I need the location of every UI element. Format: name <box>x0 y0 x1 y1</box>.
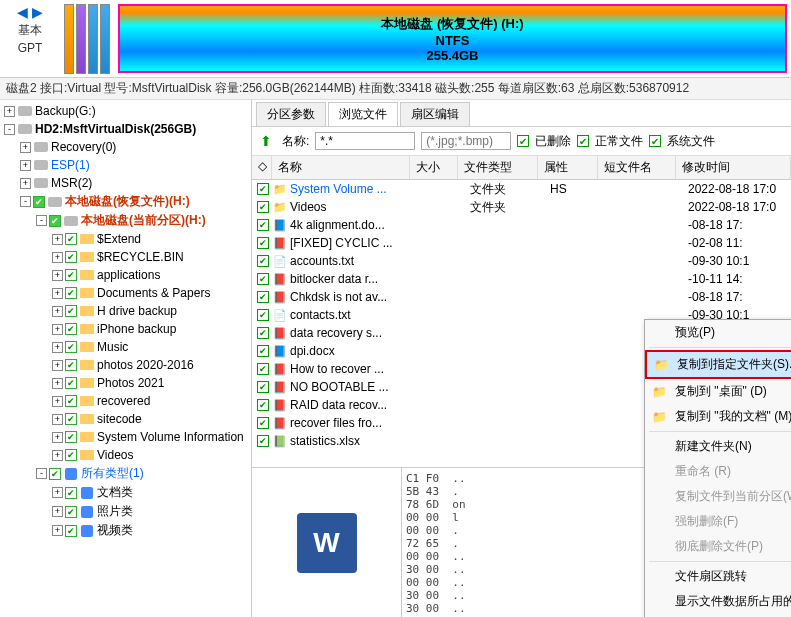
normal-checkbox[interactable]: ✔ <box>577 135 589 147</box>
col-size[interactable]: 大小 <box>410 156 458 179</box>
file-row[interactable]: ✔📕Chkdsk is not av...-08-18 17: <box>252 288 791 306</box>
tree-checkbox[interactable]: ✔ <box>65 269 77 281</box>
tree-checkbox[interactable]: ✔ <box>65 287 77 299</box>
tree-checkbox[interactable]: ✔ <box>65 377 77 389</box>
expand-toggle[interactable]: - <box>20 196 31 207</box>
tree-item[interactable]: -✔本地磁盘(当前分区)(H:) <box>2 211 249 230</box>
menu-item[interactable]: 预览(P) <box>645 320 791 345</box>
tab-sector-edit[interactable]: 扇区编辑 <box>400 102 470 126</box>
tree-item[interactable]: -HD2:MsftVirtualDisk(256GB) <box>2 120 249 138</box>
file-checkbox[interactable]: ✔ <box>257 399 269 411</box>
up-arrow-icon[interactable]: ⬆ <box>256 131 276 151</box>
tree-item[interactable]: +✔Music <box>2 338 249 356</box>
name-filter-input[interactable] <box>315 132 415 150</box>
expand-toggle[interactable]: + <box>52 270 63 281</box>
expand-toggle[interactable]: + <box>20 142 31 153</box>
expand-toggle[interactable]: + <box>52 252 63 263</box>
file-checkbox[interactable]: ✔ <box>257 273 269 285</box>
file-checkbox[interactable]: ✔ <box>257 183 269 195</box>
tree-checkbox[interactable]: ✔ <box>65 525 77 537</box>
menu-item[interactable]: 显示文件数据所占用的簇列表 <box>645 589 791 614</box>
col-check[interactable]: ◇ <box>252 156 272 179</box>
expand-toggle[interactable]: + <box>20 178 31 189</box>
file-row[interactable]: ✔📁System Volume ...文件夹HS2022-08-18 17:0 <box>252 180 791 198</box>
tree-label[interactable]: $Extend <box>97 232 141 246</box>
tree-checkbox[interactable]: ✔ <box>49 215 61 227</box>
file-name[interactable]: statistics.xlsx <box>290 434 422 448</box>
file-checkbox[interactable]: ✔ <box>257 381 269 393</box>
file-row[interactable]: ✔📄accounts.txt-09-30 10:1 <box>252 252 791 270</box>
tree-item[interactable]: +✔iPhone backup <box>2 320 249 338</box>
file-checkbox[interactable]: ✔ <box>257 201 269 213</box>
tree-label[interactable]: Music <box>97 340 128 354</box>
tree-checkbox[interactable]: ✔ <box>65 413 77 425</box>
tree-checkbox[interactable]: ✔ <box>65 359 77 371</box>
expand-toggle[interactable]: - <box>4 124 15 135</box>
expand-toggle[interactable]: + <box>4 106 15 117</box>
tree-item[interactable]: +Recovery(0) <box>2 138 249 156</box>
tree-label[interactable]: 文档类 <box>97 484 133 501</box>
file-checkbox[interactable]: ✔ <box>257 255 269 267</box>
file-checkbox[interactable]: ✔ <box>257 345 269 357</box>
expand-toggle[interactable]: - <box>36 215 47 226</box>
expand-toggle[interactable]: + <box>52 506 63 517</box>
partition-bar-icon[interactable] <box>64 4 74 74</box>
expand-toggle[interactable]: + <box>52 288 63 299</box>
file-name[interactable]: How to recover ... <box>290 362 422 376</box>
col-short[interactable]: 短文件名 <box>598 156 676 179</box>
expand-toggle[interactable]: + <box>52 414 63 425</box>
tree-item[interactable]: +✔photos 2020-2016 <box>2 356 249 374</box>
tree-item[interactable]: +✔Documents & Papers <box>2 284 249 302</box>
menu-item[interactable]: 📁复制到指定文件夹(S)... <box>645 350 791 379</box>
tree-item[interactable]: -✔本地磁盘(恢复文件)(H:) <box>2 192 249 211</box>
tab-partition-params[interactable]: 分区参数 <box>256 102 326 126</box>
tree-checkbox[interactable]: ✔ <box>65 233 77 245</box>
nav-arrows-icon[interactable]: ◀ ▶ <box>17 4 43 20</box>
partition-bar-icon[interactable] <box>100 4 110 74</box>
tree-label[interactable]: 本地磁盘(当前分区)(H:) <box>81 212 206 229</box>
tree-item[interactable]: +Backup(G:) <box>2 102 249 120</box>
tree-label[interactable]: H drive backup <box>97 304 177 318</box>
tree-checkbox[interactable]: ✔ <box>65 449 77 461</box>
tree-item[interactable]: +✔H drive backup <box>2 302 249 320</box>
file-name[interactable]: Chkdsk is not av... <box>290 290 422 304</box>
file-name[interactable]: dpi.docx <box>290 344 422 358</box>
col-attr[interactable]: 属性 <box>538 156 598 179</box>
tree-item[interactable]: +ESP(1) <box>2 156 249 174</box>
tree-label[interactable]: HD2:MsftVirtualDisk(256GB) <box>35 122 196 136</box>
tree-label[interactable]: iPhone backup <box>97 322 176 336</box>
file-checkbox[interactable]: ✔ <box>257 219 269 231</box>
expand-toggle[interactable]: - <box>36 468 47 479</box>
tree-checkbox[interactable]: ✔ <box>65 487 77 499</box>
tree-label[interactable]: photos 2020-2016 <box>97 358 194 372</box>
tree-item[interactable]: +✔recovered <box>2 392 249 410</box>
expand-toggle[interactable]: + <box>52 342 63 353</box>
tab-browse-files[interactable]: 浏览文件 <box>328 102 398 126</box>
file-name[interactable]: data recovery s... <box>290 326 422 340</box>
tree-checkbox[interactable]: ✔ <box>65 395 77 407</box>
tree-checkbox[interactable]: ✔ <box>33 196 45 208</box>
tree-label[interactable]: Photos 2021 <box>97 376 164 390</box>
col-name[interactable]: 名称 <box>272 156 410 179</box>
tree-checkbox[interactable]: ✔ <box>65 341 77 353</box>
expand-toggle[interactable]: + <box>52 360 63 371</box>
deleted-checkbox[interactable]: ✔ <box>517 135 529 147</box>
expand-toggle[interactable]: + <box>52 324 63 335</box>
file-name[interactable]: contacts.txt <box>290 308 422 322</box>
file-checkbox[interactable]: ✔ <box>257 327 269 339</box>
file-name[interactable]: recover files fro... <box>290 416 422 430</box>
file-name[interactable]: NO BOOTABLE ... <box>290 380 422 394</box>
tree-label[interactable]: $RECYCLE.BIN <box>97 250 184 264</box>
tree-item[interactable]: +✔System Volume Information <box>2 428 249 446</box>
tree-item[interactable]: +✔applications <box>2 266 249 284</box>
tree-label[interactable]: 本地磁盘(恢复文件)(H:) <box>65 193 190 210</box>
tree-checkbox[interactable]: ✔ <box>65 251 77 263</box>
tree-checkbox[interactable]: ✔ <box>65 506 77 518</box>
col-mod[interactable]: 修改时间 <box>676 156 791 179</box>
tree-label[interactable]: recovered <box>97 394 150 408</box>
file-checkbox[interactable]: ✔ <box>257 435 269 447</box>
menu-item[interactable]: 📁复制到 "我的文档" (M) <box>645 404 791 429</box>
expand-toggle[interactable]: + <box>20 160 31 171</box>
expand-toggle[interactable]: + <box>52 378 63 389</box>
file-checkbox[interactable]: ✔ <box>257 237 269 249</box>
